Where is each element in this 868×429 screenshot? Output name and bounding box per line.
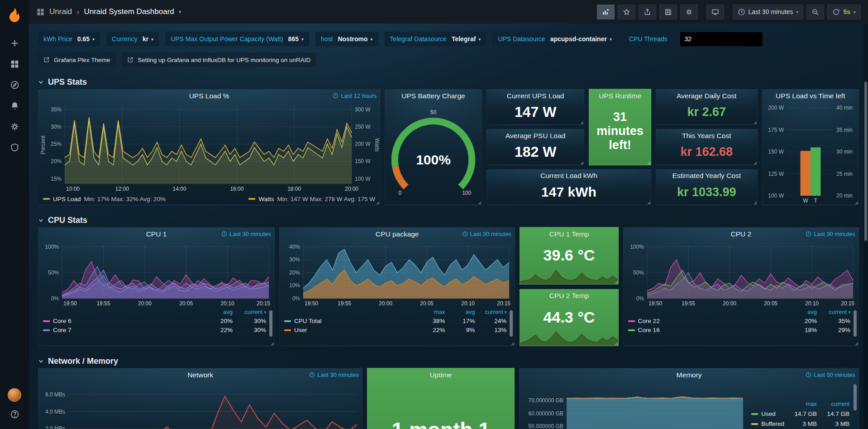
ups-load-chart[interactable]: 15%20%25%30%35%100 W150 W200 W250 W300 W…: [38, 102, 380, 193]
legend-series[interactable]: Used: [751, 410, 784, 417]
chevron-down-icon: [38, 79, 44, 85]
svg-text:50%: 50%: [633, 270, 644, 276]
create-icon[interactable]: [0, 33, 29, 53]
save-button[interactable]: [659, 5, 677, 19]
grafana-logo[interactable]: [6, 6, 23, 24]
panel-title[interactable]: CPU 1: [146, 230, 167, 238]
panel-title[interactable]: UPS Runtime: [599, 92, 641, 100]
legend-scrollbar[interactable]: [854, 384, 857, 410]
legend-series[interactable]: User: [284, 327, 415, 333]
title-caret-icon[interactable]: ▾: [179, 9, 181, 15]
svg-text:W: W: [803, 198, 808, 204]
legend-series[interactable]: Core 7: [43, 327, 199, 333]
panel-title[interactable]: CPU 1 Temp: [549, 230, 589, 238]
refresh-picker[interactable]: 5s ▾: [827, 5, 861, 19]
dashboards-icon[interactable]: [0, 53, 29, 74]
cpu1-legend: avg current▾ Core 6 20% 30% Core 7 22% 3…: [38, 308, 274, 346]
share-button[interactable]: [639, 5, 656, 19]
alerting-icon[interactable]: [0, 95, 29, 116]
legend-header-current[interactable]: current▾: [475, 308, 506, 315]
link-grafana-plex-theme[interactable]: Grafana Plex Theme: [38, 53, 115, 67]
panel-title[interactable]: UPS Battery Charge: [401, 92, 465, 100]
legend-header-avg[interactable]: avg: [445, 308, 475, 315]
variable-currency[interactable]: Currency kr▾: [106, 32, 159, 46]
panel-time-badge[interactable]: Last 30 minutes: [309, 371, 359, 378]
legend-header-current[interactable]: current▾: [817, 308, 850, 315]
legend-header-avg[interactable]: avg: [199, 308, 233, 315]
dashboard-grid-icon[interactable]: [36, 8, 45, 16]
legend-series[interactable]: Core 16: [628, 327, 783, 333]
panel-title[interactable]: Average Daily Cost: [677, 92, 736, 100]
legend-header-avg[interactable]: avg: [783, 308, 817, 315]
configuration-icon[interactable]: [0, 116, 29, 137]
panel-title[interactable]: This Years Cost: [682, 132, 731, 140]
time-range-picker[interactable]: Last 30 minutes ▾: [733, 5, 804, 19]
legend-series[interactable]: Core 6: [43, 318, 199, 324]
variable-telegraf-datasource[interactable]: Telegraf Datasource Telegraf▾: [385, 32, 486, 46]
cpu1-chart[interactable]: 0%50%100%19:5019:5520:0020:0520:1020:15: [38, 241, 274, 308]
user-avatar[interactable]: [8, 388, 21, 402]
panel-title[interactable]: Estimated Yearly Cost: [672, 172, 741, 180]
zoom-out-button[interactable]: [806, 5, 824, 19]
cpu-threads-input[interactable]: [680, 32, 763, 46]
legend-series[interactable]: Buffered: [751, 420, 784, 427]
panel-time-badge[interactable]: Last 12 hours: [333, 92, 377, 99]
network-chart[interactable]: 2.0 MBs4.0 MBs6.0 MBs: [38, 381, 362, 429]
battery-gauge[interactable]: 050100100%: [385, 102, 482, 205]
breadcrumb-app[interactable]: Unraid: [49, 7, 72, 16]
panel-time-badge[interactable]: Last 30 minutes: [221, 231, 271, 237]
link-ups-monitoring-guide[interactable]: Setting up Grafana and InfluxDB for UPS …: [122, 53, 316, 67]
memory-chart[interactable]: 50.000000 GB60.000000 GB70.000000 GB: [520, 381, 749, 429]
panel-title[interactable]: CPU 2: [730, 230, 751, 238]
cycle-view-button[interactable]: [706, 5, 724, 19]
load-vs-time-chart[interactable]: 100 W125 W150 W175 W200 W20 min25 min30 …: [763, 102, 858, 205]
server-admin-icon[interactable]: [0, 137, 29, 158]
panel-title[interactable]: Uptime: [430, 371, 452, 379]
variable-ups-datasource[interactable]: UPS Datasource apcupsd-container▾: [492, 32, 617, 46]
explore-icon[interactable]: [0, 74, 29, 95]
panel-title[interactable]: UPS Load %: [189, 92, 229, 100]
panel-title[interactable]: CPU 2 Temp: [549, 292, 589, 300]
section-ups-stats[interactable]: UPS Stats: [38, 75, 859, 89]
panel-time-badge[interactable]: Last 30 minutes: [462, 231, 512, 237]
breadcrumb-title[interactable]: Unraid System Dashboard: [84, 7, 174, 16]
cpu2-chart[interactable]: 0%50%100%19:5019:5520:0020:0520:1020:15: [624, 241, 858, 308]
panel-title[interactable]: Current Load kWh: [540, 172, 597, 180]
page-scrollbar-thumb[interactable]: [864, 82, 867, 241]
variable-ups-max-output[interactable]: UPS Max Output Power Capacity (Watt) 865…: [165, 32, 309, 46]
legend-series[interactable]: CPU Total: [284, 318, 415, 324]
legend-scrollbar[interactable]: [269, 310, 272, 337]
svg-text:20%: 20%: [289, 270, 300, 276]
dashboard-settings-button[interactable]: [680, 5, 698, 19]
section-cpu-stats[interactable]: CPU Stats: [38, 213, 859, 227]
legend-item[interactable]: Watts Min: 147 W Max: 278 W Avg: 175 W: [248, 196, 375, 202]
legend-header-max[interactable]: max: [784, 400, 817, 407]
legend-header-current[interactable]: current▾: [233, 308, 266, 315]
page-scrollbar[interactable]: [863, 24, 868, 429]
variable-kwh-price[interactable]: kWh Price 0.65▾: [38, 32, 100, 46]
svg-text:6.0 MBs: 6.0 MBs: [45, 391, 65, 398]
panel-title[interactable]: Average PSU Load: [506, 132, 565, 140]
legend-scrollbar[interactable]: [854, 310, 857, 337]
panel-title[interactable]: Current UPS Load: [507, 92, 564, 100]
clock-icon: [333, 93, 339, 99]
legend-item[interactable]: UPS Load Min: 17% Max: 32% Avg: 20%: [43, 196, 166, 202]
panel-title[interactable]: CPU package: [376, 230, 419, 238]
section-network-memory[interactable]: Network / Memory: [38, 354, 859, 368]
variable-host[interactable]: host Nostromo▾: [315, 32, 378, 46]
legend-header-max[interactable]: max: [415, 308, 445, 315]
panel-title[interactable]: Memory: [677, 371, 702, 379]
svg-text:35 min: 35 min: [836, 127, 853, 133]
legend-series[interactable]: Core 22: [628, 318, 783, 324]
legend-header-current[interactable]: current: [817, 400, 849, 407]
panel-time-badge[interactable]: Last 30 minutes: [806, 231, 855, 237]
cpu-package-chart[interactable]: 0%10%20%30%40%19:5019:5520:0020:0520:102…: [280, 241, 515, 308]
panel-time-badge[interactable]: Last 30 minutes: [806, 371, 855, 378]
svg-text:20:00: 20:00: [723, 300, 736, 307]
legend-scrollbar[interactable]: [510, 310, 513, 337]
help-icon[interactable]: [0, 404, 29, 424]
add-panel-button[interactable]: [597, 5, 615, 19]
panel-title[interactable]: UPS Load vs Time left: [776, 92, 845, 100]
panel-title[interactable]: Network: [187, 371, 213, 379]
star-button[interactable]: [618, 5, 635, 19]
